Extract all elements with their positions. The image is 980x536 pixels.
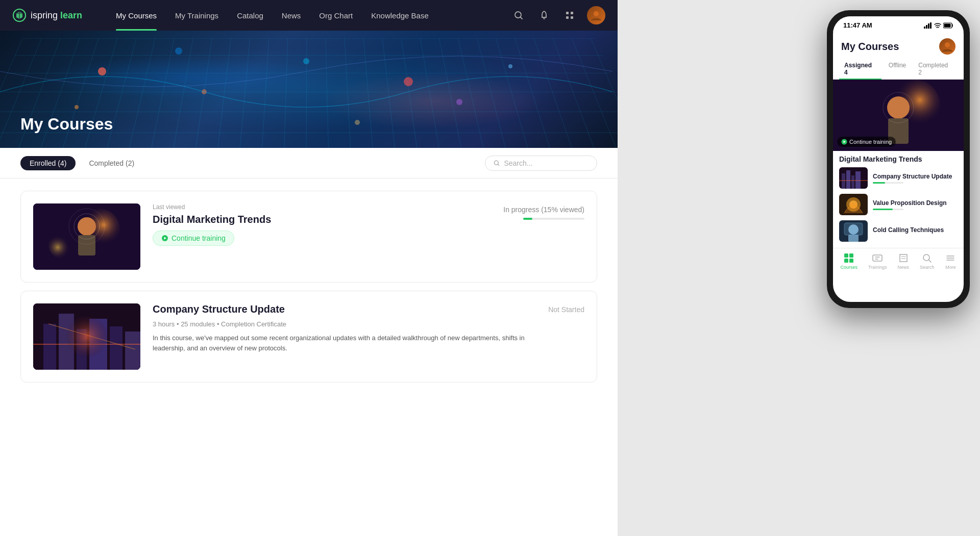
- battery-icon: [943, 22, 953, 29]
- svg-point-19: [48, 229, 79, 260]
- svg-point-11: [508, 64, 512, 68]
- svg-rect-51: [851, 175, 854, 189]
- course-meta-company-structure: 3 hours • 25 modules • Completion Certif…: [153, 320, 536, 328]
- svg-rect-50: [846, 170, 850, 189]
- phone-course-title-cold-calling: Cold Calling Techniques: [873, 226, 958, 234]
- phone-user-avatar[interactable]: [939, 38, 955, 55]
- course-desc-company-structure: In this course, we've mapped out some re…: [153, 333, 536, 353]
- svg-rect-26: [43, 324, 56, 370]
- phone-course-title-value: Value Proposition Design: [873, 199, 958, 207]
- nav-links: My Courses My Trainings Catalog News Org…: [107, 0, 494, 31]
- phone-nav-trainings[interactable]: Trainings: [868, 252, 887, 270]
- phone-screen: 11:47 AM: [833, 16, 964, 302]
- svg-rect-63: [844, 259, 848, 263]
- svg-point-6: [594, 11, 599, 16]
- phone-tab-assigned[interactable]: Assigned 4: [839, 59, 881, 79]
- desktop-section: ispring learn My Courses My Trainings Ca…: [0, 0, 618, 536]
- svg-rect-36: [926, 25, 927, 29]
- svg-rect-4: [566, 16, 569, 19]
- phone-nav-more[interactable]: More: [945, 252, 956, 270]
- phone-play-icon: [841, 139, 847, 145]
- nav-my-courses[interactable]: My Courses: [107, 0, 166, 31]
- progress-fill: [523, 218, 532, 220]
- hero-banner: My Courses: [0, 31, 618, 148]
- svg-rect-64: [849, 259, 853, 263]
- svg-rect-62: [849, 253, 853, 258]
- phone-course-item-info-company: Company Structure Update: [873, 173, 958, 184]
- nav-news[interactable]: News: [273, 0, 310, 31]
- phone-course-item-company[interactable]: Company Structure Update: [839, 167, 958, 189]
- mobile-phone: 11:47 AM: [827, 10, 970, 308]
- notifications-icon[interactable]: [536, 7, 552, 23]
- phone-course-hero: Continue training: [833, 80, 964, 151]
- phone-tab-offline[interactable]: Offline: [884, 59, 911, 79]
- svg-point-9: [303, 58, 309, 64]
- progress-bar: [523, 218, 584, 220]
- tab-enrolled[interactable]: Enrolled (4): [20, 156, 76, 170]
- continue-training-button[interactable]: Continue training: [153, 231, 234, 246]
- search-icon[interactable]: [510, 7, 527, 23]
- phone-progress-bar-value: [873, 209, 903, 210]
- course-status-digital-marketing: In progress (15% viewed): [503, 203, 584, 220]
- nav-catalog[interactable]: Catalog: [228, 0, 273, 31]
- svg-rect-52: [855, 171, 861, 189]
- phone-course-item-info-value: Value Proposition Design: [873, 199, 958, 210]
- svg-rect-61: [844, 253, 848, 258]
- svg-rect-5: [571, 16, 573, 19]
- trainings-nav-icon: [872, 252, 883, 264]
- phone-thumb-cold-calling: [839, 220, 868, 242]
- search-input[interactable]: [504, 159, 589, 167]
- svg-point-15: [456, 99, 462, 105]
- course-info-company-structure: Company Structure Update 3 hours • 25 mo…: [153, 303, 536, 353]
- nav-my-trainings[interactable]: My Trainings: [166, 0, 228, 31]
- course-card-company-structure: Company Structure Update 3 hours • 25 mo…: [20, 291, 597, 382]
- svg-rect-65: [873, 255, 882, 261]
- tab-completed[interactable]: Completed (2): [80, 156, 143, 170]
- logo-text: ispring learn: [31, 10, 82, 21]
- phone-nav-label-news: News: [898, 265, 910, 270]
- phone-nav-news[interactable]: News: [898, 252, 910, 270]
- phone-nav-courses[interactable]: Courses: [840, 252, 857, 270]
- svg-rect-3: [571, 12, 573, 14]
- phone-time: 11:47 AM: [843, 21, 872, 29]
- phone-tab-completed[interactable]: Completed 2: [913, 59, 958, 79]
- user-avatar[interactable]: [587, 6, 605, 24]
- course-image-digital-marketing: [33, 203, 140, 270]
- signal-icon: [924, 22, 932, 29]
- nav-icons: [510, 6, 605, 24]
- phone-course-item-info-cold-calling: Cold Calling Techniques: [873, 226, 958, 236]
- phone-status-bar: 11:47 AM: [833, 16, 964, 32]
- search-nav-icon: [921, 252, 933, 264]
- phone-nav-label-courses: Courses: [840, 265, 857, 270]
- phone-continue-overlay[interactable]: Continue training: [837, 137, 896, 147]
- nav-knowledge-base[interactable]: Knowledge Base: [362, 0, 438, 31]
- logo-icon: [12, 8, 27, 22]
- progress-label: In progress (15% viewed): [503, 206, 584, 214]
- phone-nav-label-more: More: [945, 265, 956, 270]
- phone-course-item-value[interactable]: Value Proposition Design: [839, 194, 958, 215]
- navigation: ispring learn My Courses My Trainings Ca…: [0, 0, 618, 31]
- course-thumbnail-company-structure: [33, 303, 140, 370]
- svg-point-20: [78, 217, 96, 236]
- phone-course-item-cold-calling[interactable]: Cold Calling Techniques: [839, 220, 958, 242]
- svg-point-14: [355, 120, 360, 125]
- svg-point-10: [404, 77, 413, 86]
- nav-org-chart[interactable]: Org Chart: [310, 0, 362, 31]
- phone-thumb-company: [839, 167, 868, 189]
- svg-point-34: [66, 316, 107, 357]
- grid-icon[interactable]: [561, 7, 578, 23]
- news-nav-icon: [898, 252, 909, 264]
- phone-thumb-value: [839, 194, 868, 215]
- logo[interactable]: ispring learn: [12, 8, 82, 22]
- svg-rect-30: [110, 326, 122, 370]
- svg-rect-49: [842, 173, 845, 189]
- phone-nav-search[interactable]: Search: [920, 252, 935, 270]
- svg-point-13: [175, 47, 182, 55]
- svg-rect-60: [844, 223, 863, 235]
- not-started-label: Not Started: [548, 305, 584, 314]
- courses-nav-icon: [843, 252, 854, 264]
- course-card-digital-marketing: Last viewed Digital Marketing Trends Con…: [20, 191, 597, 283]
- phone-course-list: Company Structure Update: [833, 165, 964, 244]
- phone-header: My Courses: [833, 32, 964, 59]
- phone-nav-label-trainings: Trainings: [868, 265, 887, 270]
